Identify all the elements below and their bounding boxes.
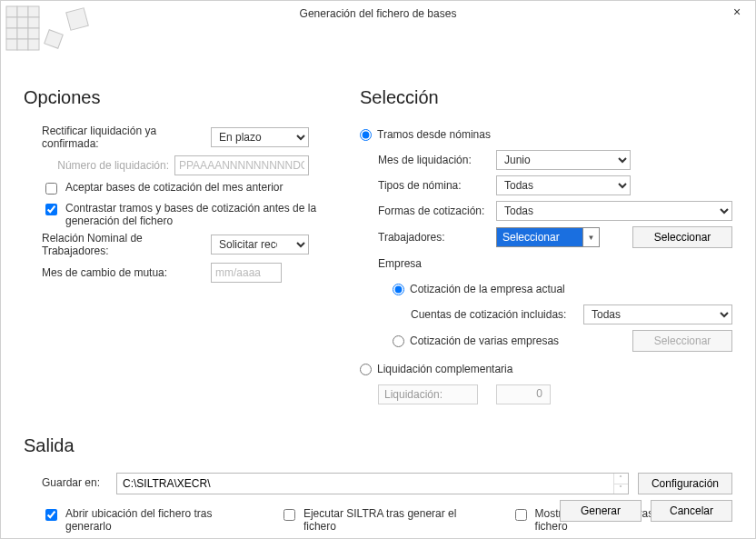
seleccionar-empresas-button[interactable]: Seleccionar <box>632 330 732 352</box>
mes-cambio-input[interactable] <box>211 263 282 283</box>
path-input[interactable] <box>117 474 613 494</box>
liquidacion-ro-label: Liquidación: <box>378 384 478 404</box>
svg-rect-8 <box>28 28 39 39</box>
contrastar-checkbox[interactable] <box>45 204 57 215</box>
close-icon[interactable]: × <box>726 1 748 23</box>
tipos-label: Tipos de nómina: <box>378 179 496 192</box>
contrastar-label: Contrastar tramos y bases de cotización … <box>65 202 320 227</box>
empresa-heading: Empresa <box>378 257 422 270</box>
rectificar-select[interactable]: En plazo <box>211 127 309 147</box>
liq-comp-label: Liquidación complementaria <box>377 363 512 375</box>
mes-liq-label: Mes de liquidación: <box>378 154 496 166</box>
mes-cambio-label: Mes de cambio de mutua: <box>42 266 211 279</box>
titlebar: Generación del fichero de bases × <box>1 1 755 26</box>
svg-rect-10 <box>17 39 28 50</box>
guardar-label: Guardar en: <box>42 473 107 494</box>
path-down-icon[interactable]: ˅ <box>614 484 628 494</box>
svg-rect-6 <box>6 28 17 39</box>
opciones-heading: Opciones <box>24 87 323 108</box>
abrir-ubicacion-checkbox[interactable] <box>45 509 57 521</box>
liquidacion-ro-value: 0 <box>496 384 551 404</box>
rnt-label: Relación Nominal de Trabajadores: <box>42 232 211 257</box>
seleccion-heading: Selección <box>360 87 732 108</box>
svg-rect-11 <box>28 39 39 50</box>
path-up-icon[interactable]: ˄ <box>614 474 628 484</box>
ejecutar-siltra-checkbox[interactable] <box>284 509 295 521</box>
mostrar-resumen-checkbox[interactable] <box>515 509 527 521</box>
tramos-radio-label: Tramos desde nóminas <box>377 128 491 141</box>
cancelar-button[interactable]: Cancelar <box>651 500 732 522</box>
trabajadores-select[interactable]: Seleccionar <box>496 227 583 247</box>
window-title: Generación del fichero de bases <box>300 7 457 20</box>
tipos-select[interactable]: Todas <box>496 175 631 195</box>
cuentas-label: Cuentas de cotización incluidas: <box>411 308 583 321</box>
svg-rect-12 <box>45 30 64 49</box>
generar-button[interactable]: Generar <box>560 500 642 522</box>
trabajadores-dropdown-icon[interactable]: ▼ <box>583 227 600 247</box>
configuracion-button[interactable]: Configuración <box>638 473 732 494</box>
mes-liq-select[interactable]: Junio <box>496 150 631 170</box>
numero-liq-label: Número de liquidación: <box>42 159 169 172</box>
ejecutar-siltra-label: Ejecutar SILTRA tras generar el fichero <box>303 507 484 533</box>
tramos-radio[interactable] <box>360 129 372 141</box>
cot-varias-label: Cotización de varias empresas <box>410 334 559 347</box>
cot-varias-radio[interactable] <box>393 335 404 347</box>
seleccionar-trabajadores-button[interactable]: Seleccionar <box>632 226 732 248</box>
cuentas-select[interactable]: Todas <box>583 304 732 324</box>
aceptar-label: Aceptar bases de cotización del mes ante… <box>65 181 283 194</box>
svg-rect-7 <box>17 28 28 39</box>
rnt-select[interactable]: Solicitar recepció <box>211 235 309 255</box>
liq-comp-radio[interactable] <box>360 364 372 375</box>
numero-liq-input[interactable] <box>174 155 309 175</box>
abrir-ubicacion-label: Abrir ubicación del fichero tras generar… <box>65 507 253 533</box>
salida-heading: Salida <box>24 435 732 456</box>
aceptar-checkbox[interactable] <box>45 183 57 195</box>
cot-actual-radio[interactable] <box>393 284 404 295</box>
path-field-wrapper: ˄ ˅ <box>116 473 629 494</box>
formas-select[interactable]: Todas <box>496 201 732 221</box>
formas-label: Formas de cotización: <box>378 205 496 217</box>
svg-rect-9 <box>6 39 17 50</box>
cot-actual-label: Cotización de la empresa actual <box>410 283 565 295</box>
rectificar-label: Rectificar liquidación ya confirmada: <box>42 125 211 150</box>
trabajadores-label: Trabajadores: <box>378 231 496 244</box>
